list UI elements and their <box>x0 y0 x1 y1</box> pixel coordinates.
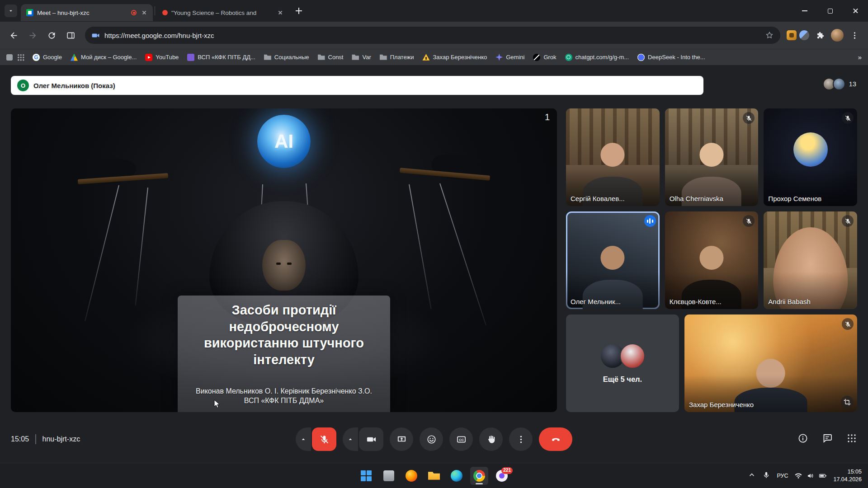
participant-tile[interactable]: Прохор Семенов <box>764 108 857 206</box>
window-maximize-button[interactable] <box>817 0 843 22</box>
meeting-info: 15:05 hnu-bjrt-xzc <box>11 434 80 444</box>
mic-off-icon <box>842 318 854 330</box>
participant-tile[interactable]: Клєвцов-Ковте... <box>665 211 759 309</box>
language-indicator[interactable]: РУС <box>777 473 788 479</box>
participant-tile[interactable]: Andrii Babash <box>764 211 857 309</box>
speaking-indicator-icon <box>644 215 656 227</box>
slide-title: Засоби протидії недоброчесному використа… <box>186 302 382 368</box>
crop-icon[interactable] <box>841 396 854 408</box>
bookmark-label: Захар Березніченко <box>433 54 487 61</box>
extension-icon-2[interactable] <box>799 30 809 40</box>
taskbar-file-explorer[interactable] <box>425 467 443 485</box>
bookmark-label: Социальные <box>274 54 309 61</box>
windows-taskbar: 221 РУС 15:05 17.04.2026 <box>0 463 868 488</box>
camera-toggle-button[interactable] <box>359 427 383 451</box>
meet-right-actions <box>797 433 857 446</box>
bookmark-item[interactable]: chatgpt.com/g/g-m... <box>565 54 629 61</box>
extension-icon-1[interactable] <box>787 30 797 40</box>
tray-mic-icon[interactable] <box>762 471 770 481</box>
side-panel-square-icon[interactable] <box>6 54 13 61</box>
taskbar-edge[interactable] <box>448 467 466 485</box>
presenter-label: Олег Мельников (Показ) <box>33 82 115 89</box>
participant-count[interactable]: 13 <box>823 78 856 90</box>
bookmark-item[interactable]: Захар Березніченко <box>422 54 487 61</box>
more-participants-tile[interactable]: Ещё 5 чел. <box>566 314 679 412</box>
bookmark-label: Мой диск – Google... <box>81 54 137 61</box>
participant-count-number: 13 <box>849 80 856 88</box>
extensions-puzzle-icon[interactable] <box>812 27 828 43</box>
presentation-stage[interactable]: 1 AI Засоби протидії недоброчесному вико… <box>11 108 557 412</box>
tab-meet[interactable]: Meet – hnu-bjrt-xzc <box>21 4 153 21</box>
taskbar-clock[interactable]: 15:05 17.04.2026 <box>833 468 862 483</box>
tab-title: "Young Science – Robotics and <box>171 9 273 16</box>
bookmark-item[interactable]: Grok <box>533 54 556 61</box>
window-minimize-button[interactable] <box>792 0 817 22</box>
folder-favicon <box>264 54 271 61</box>
bookmark-label: Var <box>362 54 371 61</box>
warning-favicon <box>422 54 429 61</box>
mic-options-chevron[interactable] <box>296 427 311 451</box>
forward-button[interactable] <box>24 27 41 43</box>
slide-credit-line1: Виконав Мельников О. І. Керівник Березні… <box>178 386 390 396</box>
tile-shade <box>764 108 857 206</box>
chat-icon[interactable] <box>822 433 833 446</box>
clock-time: 15:05 <box>833 468 862 475</box>
meet-controls: CC <box>296 427 572 451</box>
participant-tile[interactable]: Сергій Ковалев... <box>566 108 660 206</box>
more-participants-avatars <box>600 343 645 369</box>
start-button[interactable] <box>357 467 375 485</box>
browser-menu-icon[interactable] <box>846 27 863 43</box>
raise-hand-button[interactable] <box>479 427 503 451</box>
tab-young-science[interactable]: "Young Science – Robotics and <box>157 4 289 21</box>
participant-tile-active-speaker[interactable]: Олег Мельник... <box>566 211 660 309</box>
tab-search-button[interactable] <box>5 5 17 17</box>
taskbar-messenger[interactable]: 221 <box>493 467 511 485</box>
mic-toggle-button[interactable] <box>312 427 336 451</box>
participant-name: Клєвцов-Ковте... <box>670 298 754 305</box>
apps-grid-icon[interactable] <box>17 54 24 61</box>
bookmark-item[interactable]: YouTube <box>145 54 179 61</box>
quick-settings[interactable] <box>794 472 827 480</box>
bookmark-star-icon[interactable] <box>765 31 774 40</box>
tab-close-button[interactable] <box>140 9 148 17</box>
participant-tile[interactable]: Захар Березниченко <box>684 314 857 412</box>
bookmark-item[interactable]: Gemini <box>495 54 524 61</box>
bookmark-label: chatgpt.com/g/g-m... <box>576 54 629 61</box>
side-panel-icon[interactable] <box>62 27 79 43</box>
camera-control-group <box>343 427 383 451</box>
reload-button[interactable] <box>43 27 60 43</box>
taskbar-firefox[interactable] <box>402 467 420 485</box>
bookmark-item[interactable]: Const <box>318 54 344 61</box>
bookmarks-list: GoogleМой диск – Google...YouTubeВСП «КФ… <box>33 54 854 61</box>
bookmark-item[interactable]: ВСП «КФК ПІТБ ДД... <box>187 54 255 61</box>
window-close-button[interactable] <box>843 0 868 22</box>
svg-text:CC: CC <box>458 437 464 441</box>
new-tab-button[interactable] <box>292 5 305 17</box>
camera-options-chevron[interactable] <box>343 427 358 451</box>
taskbar-chrome-active[interactable] <box>470 467 488 485</box>
present-button[interactable] <box>390 427 413 451</box>
captions-button[interactable]: CC <box>449 427 473 451</box>
end-call-button[interactable] <box>539 427 572 451</box>
taskbar-app-window[interactable] <box>380 467 398 485</box>
bookmark-item[interactable]: Платежи <box>380 54 414 61</box>
slide-credit-line2: ВСП «КФК ПІТБ ДДМА» <box>178 396 390 406</box>
bookmark-item[interactable]: Мой диск – Google... <box>71 54 137 61</box>
firefox-icon <box>406 470 417 482</box>
bookmark-item[interactable]: Var <box>352 54 371 61</box>
bookmarks-overflow-chevron[interactable] <box>858 53 862 61</box>
bookmark-item[interactable]: Google <box>33 54 62 61</box>
tray-show-hidden-chevron[interactable] <box>748 471 756 481</box>
apps-grid-icon[interactable] <box>846 433 857 446</box>
bookmark-item[interactable]: Социальные <box>264 54 309 61</box>
folder-favicon <box>318 54 325 61</box>
more-options-button[interactable] <box>509 427 533 451</box>
tab-close-button[interactable] <box>276 9 284 17</box>
profile-avatar[interactable] <box>831 29 844 42</box>
meeting-details-icon[interactable] <box>797 433 808 446</box>
reactions-button[interactable] <box>420 427 443 451</box>
address-bar[interactable]: https://meet.google.com/hnu-bjrt-xzc <box>85 27 780 44</box>
participant-tile[interactable]: Olha Cherniavska <box>665 108 759 206</box>
back-button[interactable] <box>5 27 22 43</box>
bookmark-item[interactable]: DeepSeek - Into the... <box>637 54 705 61</box>
